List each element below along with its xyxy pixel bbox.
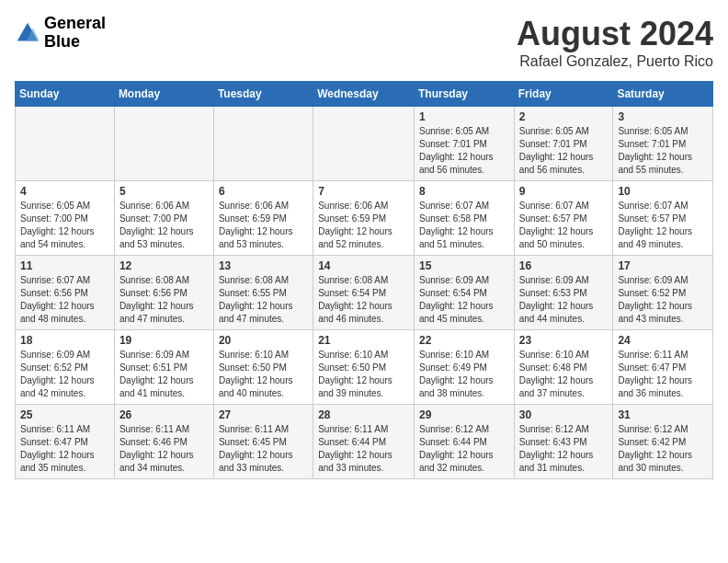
calendar-cell: 25Sunrise: 6:11 AM Sunset: 6:47 PM Dayli… — [16, 405, 115, 479]
calendar-cell — [213, 107, 313, 181]
calendar-cell: 27Sunrise: 6:11 AM Sunset: 6:45 PM Dayli… — [213, 405, 313, 479]
calendar-cell: 19Sunrise: 6:09 AM Sunset: 6:51 PM Dayli… — [114, 330, 213, 405]
calendar-cell: 24Sunrise: 6:11 AM Sunset: 6:47 PM Dayli… — [613, 330, 713, 405]
weekday-header-tuesday: Tuesday — [213, 82, 313, 107]
calendar-cell: 20Sunrise: 6:10 AM Sunset: 6:50 PM Dayli… — [213, 330, 313, 405]
day-info: Sunrise: 6:08 AM Sunset: 6:55 PM Dayligh… — [219, 274, 308, 326]
weekday-header-wednesday: Wednesday — [313, 82, 415, 107]
day-number: 11 — [20, 259, 109, 272]
calendar-cell: 3Sunrise: 6:05 AM Sunset: 7:01 PM Daylig… — [613, 107, 713, 181]
calendar-cell: 4Sunrise: 6:05 AM Sunset: 7:00 PM Daylig… — [16, 181, 115, 256]
day-info: Sunrise: 6:11 AM Sunset: 6:44 PM Dayligh… — [318, 423, 409, 475]
day-info: Sunrise: 6:07 AM Sunset: 6:58 PM Dayligh… — [419, 200, 509, 251]
day-info: Sunrise: 6:12 AM Sunset: 6:44 PM Dayligh… — [419, 423, 509, 475]
calendar-cell: 10Sunrise: 6:07 AM Sunset: 6:57 PM Dayli… — [613, 181, 713, 256]
week-row-3: 18Sunrise: 6:09 AM Sunset: 6:52 PM Dayli… — [16, 330, 713, 405]
header: General Blue August 2024 Rafael Gonzalez… — [15, 15, 713, 70]
day-number: 20 — [219, 334, 308, 347]
calendar-cell: 14Sunrise: 6:08 AM Sunset: 6:54 PM Dayli… — [313, 256, 415, 330]
calendar-cell: 16Sunrise: 6:09 AM Sunset: 6:53 PM Dayli… — [514, 256, 613, 330]
day-number: 6 — [219, 185, 308, 198]
day-info: Sunrise: 6:05 AM Sunset: 7:00 PM Dayligh… — [20, 200, 109, 251]
calendar-cell — [114, 107, 213, 181]
day-number: 15 — [419, 259, 509, 272]
day-info: Sunrise: 6:06 AM Sunset: 7:00 PM Dayligh… — [119, 200, 209, 251]
day-number: 3 — [618, 110, 708, 123]
calendar-cell: 23Sunrise: 6:10 AM Sunset: 6:48 PM Dayli… — [514, 330, 613, 405]
weekday-header-thursday: Thursday — [414, 82, 514, 107]
day-info: Sunrise: 6:05 AM Sunset: 7:01 PM Dayligh… — [519, 125, 609, 177]
day-number: 13 — [219, 259, 308, 272]
day-number: 10 — [618, 185, 708, 198]
day-number: 28 — [318, 408, 409, 421]
week-row-4: 25Sunrise: 6:11 AM Sunset: 6:47 PM Dayli… — [16, 405, 713, 479]
day-number: 23 — [519, 334, 609, 347]
day-info: Sunrise: 6:09 AM Sunset: 6:52 PM Dayligh… — [618, 274, 708, 326]
calendar-cell: 15Sunrise: 6:09 AM Sunset: 6:54 PM Dayli… — [414, 256, 514, 330]
day-info: Sunrise: 6:07 AM Sunset: 6:57 PM Dayligh… — [618, 200, 708, 251]
calendar-cell: 7Sunrise: 6:06 AM Sunset: 6:59 PM Daylig… — [313, 181, 415, 256]
day-number: 1 — [419, 110, 509, 123]
calendar-cell: 21Sunrise: 6:10 AM Sunset: 6:50 PM Dayli… — [313, 330, 415, 405]
title-area: August 2024 Rafael Gonzalez, Puerto Rico — [517, 15, 713, 70]
day-info: Sunrise: 6:10 AM Sunset: 6:50 PM Dayligh… — [219, 349, 308, 400]
calendar: SundayMondayTuesdayWednesdayThursdayFrid… — [15, 81, 713, 479]
calendar-cell: 8Sunrise: 6:07 AM Sunset: 6:58 PM Daylig… — [414, 181, 514, 256]
week-row-1: 4Sunrise: 6:05 AM Sunset: 7:00 PM Daylig… — [16, 181, 713, 256]
calendar-header: SundayMondayTuesdayWednesdayThursdayFrid… — [16, 82, 713, 107]
day-number: 17 — [618, 259, 708, 272]
day-info: Sunrise: 6:09 AM Sunset: 6:52 PM Dayligh… — [20, 349, 109, 400]
calendar-cell: 1Sunrise: 6:05 AM Sunset: 7:01 PM Daylig… — [414, 107, 514, 181]
calendar-cell: 18Sunrise: 6:09 AM Sunset: 6:52 PM Dayli… — [16, 330, 115, 405]
day-info: Sunrise: 6:05 AM Sunset: 7:01 PM Dayligh… — [618, 125, 708, 177]
day-number: 27 — [219, 408, 308, 421]
weekday-header-sunday: Sunday — [16, 82, 115, 107]
logo-icon — [15, 20, 40, 46]
calendar-cell: 6Sunrise: 6:06 AM Sunset: 6:59 PM Daylig… — [213, 181, 313, 256]
day-info: Sunrise: 6:11 AM Sunset: 6:47 PM Dayligh… — [20, 423, 109, 475]
day-info: Sunrise: 6:11 AM Sunset: 6:46 PM Dayligh… — [119, 423, 209, 475]
calendar-cell: 26Sunrise: 6:11 AM Sunset: 6:46 PM Dayli… — [114, 405, 213, 479]
day-number: 24 — [618, 334, 708, 347]
weekday-header-monday: Monday — [114, 82, 213, 107]
calendar-cell: 31Sunrise: 6:12 AM Sunset: 6:42 PM Dayli… — [613, 405, 713, 479]
calendar-cell: 13Sunrise: 6:08 AM Sunset: 6:55 PM Dayli… — [213, 256, 313, 330]
calendar-cell: 12Sunrise: 6:08 AM Sunset: 6:56 PM Dayli… — [114, 256, 213, 330]
logo: General Blue — [15, 15, 106, 52]
day-info: Sunrise: 6:06 AM Sunset: 6:59 PM Dayligh… — [318, 200, 409, 251]
day-info: Sunrise: 6:11 AM Sunset: 6:45 PM Dayligh… — [219, 423, 308, 475]
weekday-header-saturday: Saturday — [613, 82, 713, 107]
day-number: 7 — [318, 185, 409, 198]
day-info: Sunrise: 6:09 AM Sunset: 6:54 PM Dayligh… — [419, 274, 509, 326]
calendar-cell: 11Sunrise: 6:07 AM Sunset: 6:56 PM Dayli… — [16, 256, 115, 330]
day-number: 26 — [119, 408, 209, 421]
day-number: 19 — [119, 334, 209, 347]
day-info: Sunrise: 6:10 AM Sunset: 6:49 PM Dayligh… — [419, 349, 509, 400]
day-info: Sunrise: 6:09 AM Sunset: 6:51 PM Dayligh… — [119, 349, 209, 400]
day-number: 31 — [618, 408, 708, 421]
location: Rafael Gonzalez, Puerto Rico — [517, 53, 713, 70]
calendar-cell — [16, 107, 115, 181]
day-info: Sunrise: 6:07 AM Sunset: 6:57 PM Dayligh… — [519, 200, 609, 251]
logo-general: General — [44, 15, 106, 33]
day-number: 4 — [20, 185, 109, 198]
calendar-cell: 30Sunrise: 6:12 AM Sunset: 6:43 PM Dayli… — [514, 405, 613, 479]
day-info: Sunrise: 6:06 AM Sunset: 6:59 PM Dayligh… — [219, 200, 308, 251]
month-year: August 2024 — [517, 15, 713, 53]
day-number: 22 — [419, 334, 509, 347]
day-info: Sunrise: 6:05 AM Sunset: 7:01 PM Dayligh… — [419, 125, 509, 177]
day-info: Sunrise: 6:09 AM Sunset: 6:53 PM Dayligh… — [519, 274, 609, 326]
day-info: Sunrise: 6:10 AM Sunset: 6:48 PM Dayligh… — [519, 349, 609, 400]
calendar-cell: 28Sunrise: 6:11 AM Sunset: 6:44 PM Dayli… — [313, 405, 415, 479]
weekday-row: SundayMondayTuesdayWednesdayThursdayFrid… — [16, 82, 713, 107]
day-number: 5 — [119, 185, 209, 198]
day-number: 29 — [419, 408, 509, 421]
day-info: Sunrise: 6:08 AM Sunset: 6:54 PM Dayligh… — [318, 274, 409, 326]
calendar-cell: 5Sunrise: 6:06 AM Sunset: 7:00 PM Daylig… — [114, 181, 213, 256]
calendar-body: 1Sunrise: 6:05 AM Sunset: 7:01 PM Daylig… — [16, 107, 713, 479]
calendar-cell — [313, 107, 415, 181]
week-row-0: 1Sunrise: 6:05 AM Sunset: 7:01 PM Daylig… — [16, 107, 713, 181]
day-number: 25 — [20, 408, 109, 421]
calendar-cell: 2Sunrise: 6:05 AM Sunset: 7:01 PM Daylig… — [514, 107, 613, 181]
day-number: 2 — [519, 110, 609, 123]
